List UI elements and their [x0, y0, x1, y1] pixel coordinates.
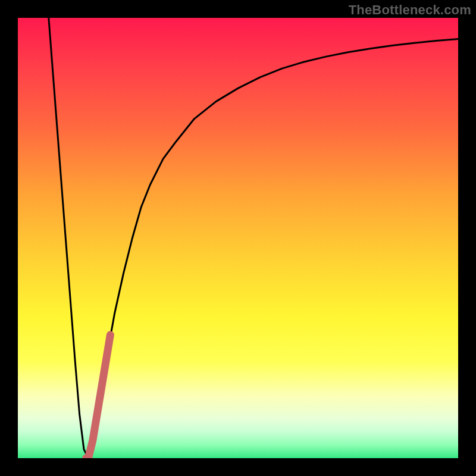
watermark-text: TheBottleneck.com — [349, 2, 471, 18]
chart-frame: TheBottleneck.com — [0, 0, 476, 476]
plot-area — [18, 18, 458, 458]
bottleneck-curve — [49, 18, 458, 458]
highlight-segment — [86, 335, 111, 458]
curve-layer — [18, 18, 458, 458]
